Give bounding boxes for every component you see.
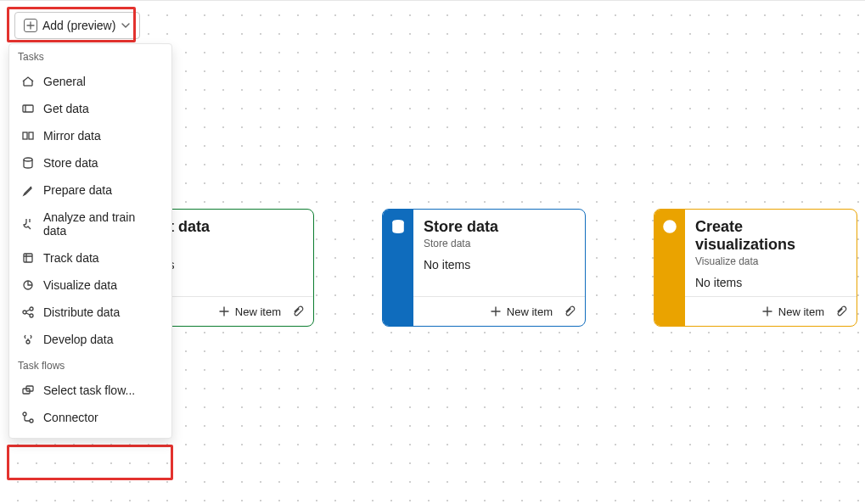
distribute-data-icon xyxy=(21,305,35,319)
svg-point-12 xyxy=(23,412,26,416)
menu-item-label: Analyze and train data xyxy=(43,210,160,238)
card-create-visualizations[interactable]: Create visualizations Visualize data No … xyxy=(654,209,857,327)
prepare-data-icon xyxy=(21,183,35,197)
card-noitems: No items xyxy=(695,276,846,289)
menu-item-select-task-flow[interactable]: Select task flow... xyxy=(9,377,171,404)
menu-item-connector[interactable]: Connector xyxy=(9,404,171,431)
connector-icon xyxy=(21,411,35,424)
menu-item-label: Prepare data xyxy=(43,183,112,197)
menu-item-label: Get data xyxy=(43,102,89,115)
add-button-label: Add (preview) xyxy=(42,19,115,32)
card-row: ect data ta ems New item Store data St xyxy=(110,209,857,327)
card-title: Create visualizations xyxy=(695,218,846,254)
track-data-icon xyxy=(21,251,35,265)
new-item-button[interactable]: New item xyxy=(218,305,281,318)
develop-data-icon xyxy=(21,333,35,346)
svg-rect-4 xyxy=(24,254,32,262)
menu-section-tasks: Tasks xyxy=(9,44,171,68)
menu-item-mirror-data[interactable]: Mirror data xyxy=(9,122,171,149)
attach-icon[interactable] xyxy=(831,302,850,321)
menu-item-track-data[interactable]: Track data xyxy=(9,244,171,272)
new-item-label: New item xyxy=(507,305,553,318)
visualize-data-icon xyxy=(21,278,35,292)
menu-item-label: Distribute data xyxy=(43,305,120,319)
plus-icon xyxy=(761,305,773,317)
card-stripe xyxy=(654,210,685,326)
store-data-icon xyxy=(21,156,35,170)
attach-icon[interactable] xyxy=(559,302,578,321)
plus-icon xyxy=(218,305,230,317)
svg-point-3 xyxy=(24,158,32,161)
card-subtitle: ta xyxy=(152,238,303,249)
analyze-icon xyxy=(21,217,35,231)
menu-item-label: Develop data xyxy=(43,333,114,346)
get-data-icon xyxy=(21,102,35,115)
plus-icon xyxy=(24,19,37,32)
menu-item-visualize-data[interactable]: Visualize data xyxy=(9,272,171,299)
svg-point-13 xyxy=(30,419,33,423)
card-stripe xyxy=(383,210,413,326)
new-item-label: New item xyxy=(235,305,281,318)
menu-item-label: Connector xyxy=(43,411,98,424)
general-icon xyxy=(21,75,35,88)
new-item-label: New item xyxy=(778,305,824,318)
svg-rect-2 xyxy=(29,132,33,139)
menu-section-task-flows: Task flows xyxy=(9,353,171,377)
svg-rect-0 xyxy=(23,105,33,112)
menu-item-label: Track data xyxy=(43,251,99,265)
menu-item-store-data[interactable]: Store data xyxy=(9,149,171,176)
svg-point-9 xyxy=(26,340,30,344)
new-item-button[interactable]: New item xyxy=(761,305,824,318)
menu-item-general[interactable]: General xyxy=(9,68,171,95)
menu-item-get-data[interactable]: Get data xyxy=(9,95,171,122)
task-flow-icon xyxy=(21,384,35,397)
svg-rect-1 xyxy=(23,132,27,139)
menu-item-label: Mirror data xyxy=(43,129,101,143)
attach-icon[interactable] xyxy=(288,302,306,321)
menu-item-label: General xyxy=(43,75,86,88)
card-title: Store data xyxy=(424,218,575,236)
svg-point-7 xyxy=(30,307,33,311)
mirror-data-icon xyxy=(21,129,35,143)
add-preview-button[interactable]: Add (preview) xyxy=(14,12,140,39)
card-store-data[interactable]: Store data Store data No items New item xyxy=(382,209,586,327)
menu-item-label: Store data xyxy=(43,156,98,170)
menu-item-label: Select task flow... xyxy=(43,384,135,397)
add-menu: Tasks General Get data Mirror data Store… xyxy=(8,43,172,439)
card-title: ect data xyxy=(152,218,303,236)
menu-item-analyze-train-data[interactable]: Analyze and train data xyxy=(9,204,171,244)
chevron-down-icon xyxy=(121,20,131,31)
card-noitems: ems xyxy=(152,258,303,272)
menu-item-develop-data[interactable]: Develop data xyxy=(9,326,171,353)
card-subtitle: Visualize data xyxy=(695,255,846,267)
menu-item-distribute-data[interactable]: Distribute data xyxy=(9,299,171,326)
plus-icon xyxy=(490,305,502,317)
card-subtitle: Store data xyxy=(424,238,575,249)
svg-point-8 xyxy=(30,314,33,317)
menu-item-label: Visualize data xyxy=(43,278,117,292)
svg-point-6 xyxy=(23,311,26,314)
card-noitems: No items xyxy=(424,258,575,272)
new-item-button[interactable]: New item xyxy=(490,305,553,318)
menu-item-prepare-data[interactable]: Prepare data xyxy=(9,176,171,204)
